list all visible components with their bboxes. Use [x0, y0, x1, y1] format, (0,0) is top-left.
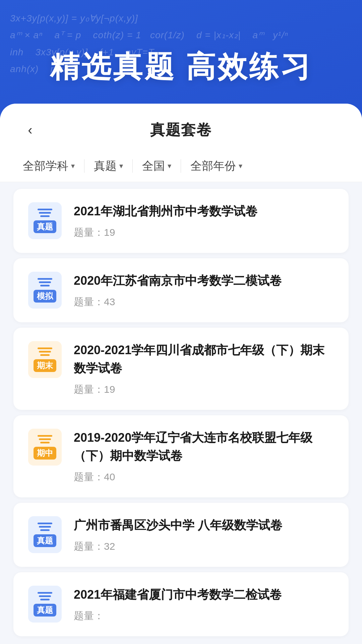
exam-name: 2019-2020学年辽宁省大连市名校联盟七年级（下）期中数学试卷 — [74, 429, 334, 465]
filter-region[interactable]: 全国 ▾ — [135, 158, 178, 174]
chevron-down-icon: ▾ — [168, 162, 171, 170]
exam-badge: 真题 — [28, 586, 62, 623]
badge-line — [38, 592, 52, 594]
badge-line — [38, 523, 52, 524]
exam-list: 真题 2021年湖北省荆州市中考数学试卷 题量：19 — [0, 182, 362, 643]
badge-line — [38, 278, 52, 280]
badge-line — [38, 347, 52, 349]
badge-line — [39, 212, 51, 214]
chevron-down-icon: ▾ — [239, 162, 242, 170]
exam-count: 题量：40 — [74, 470, 334, 484]
list-item[interactable]: 模拟 2020年江苏省南京市中考数学二模试卷 题量：43 — [13, 258, 349, 322]
list-item[interactable]: 真题 2021年福建省厦门市中考数学二检试卷 题量： — [13, 572, 349, 636]
badge-lines — [38, 592, 52, 600]
exam-info: 广州市番禺区沙头中学 八年级数学试卷 题量：32 — [74, 516, 334, 553]
badge-line — [40, 599, 50, 600]
badge-lines — [38, 278, 52, 286]
badge-lines — [38, 435, 52, 443]
back-button[interactable]: ‹ — [20, 120, 40, 140]
list-item[interactable]: 真题 广州市番禺区沙头中学 八年级数学试卷 题量：32 — [13, 503, 349, 567]
exam-count: 题量：19 — [74, 383, 334, 396]
badge-line — [40, 442, 50, 443]
badge-label: 真题 — [34, 534, 56, 547]
list-item[interactable]: 真题 2021年湖北省荆州市中考数学试卷 题量：19 — [13, 189, 349, 253]
exam-badge: 期末 — [28, 341, 62, 378]
badge-line — [39, 526, 51, 528]
badge-line — [40, 215, 50, 217]
badge-lines — [38, 209, 52, 217]
list-item[interactable]: 期中 2019-2020学年辽宁省大连市名校联盟七年级（下）期中数学试卷 题量：… — [13, 415, 349, 497]
badge-line — [38, 435, 52, 437]
main-card: ‹ 真题套卷 全部学科 ▾ 真题 ▾ 全国 ▾ 全部年份 ▾ — [0, 104, 362, 644]
badge-line — [39, 438, 51, 440]
badge-lines — [38, 523, 52, 531]
badge-label: 模拟 — [34, 290, 56, 303]
page-title: 真题套卷 — [40, 120, 322, 140]
exam-count: 题量：43 — [74, 295, 334, 309]
exam-badge: 真题 — [28, 202, 62, 239]
badge-lines — [38, 347, 52, 356]
exam-count: 题量：19 — [74, 226, 334, 239]
exam-info: 2021年湖北省荆州市中考数学试卷 题量：19 — [74, 202, 334, 239]
filter-year[interactable]: 全部年份 ▾ — [184, 158, 249, 174]
exam-badge: 真题 — [28, 516, 62, 553]
chevron-down-icon: ▾ — [119, 162, 123, 170]
exam-name: 2020-2021学年四川省成都市七年级（下）期末数学试卷 — [74, 341, 334, 377]
exam-name: 2020年江苏省南京市中考数学二模试卷 — [74, 272, 334, 290]
filter-type[interactable]: 真题 ▾ — [87, 158, 130, 174]
chevron-down-icon: ▾ — [71, 162, 75, 170]
badge-line — [39, 281, 51, 283]
exam-badge: 模拟 — [28, 272, 62, 309]
filter-divider-1 — [84, 159, 84, 173]
badge-label: 真题 — [34, 604, 56, 616]
filter-divider-3 — [181, 159, 181, 173]
exam-badge: 期中 — [28, 429, 62, 466]
badge-line — [39, 595, 51, 597]
badge-label: 期中 — [34, 447, 56, 460]
exam-count: 题量： — [74, 609, 334, 623]
badge-line — [39, 351, 51, 353]
exam-info: 2021年福建省厦门市中考数学二检试卷 题量： — [74, 586, 334, 623]
exam-info: 2020-2021学年四川省成都市七年级（下）期末数学试卷 题量：19 — [74, 341, 334, 396]
filter-bar: 全部学科 ▾ 真题 ▾ 全国 ▾ 全部年份 ▾ — [0, 150, 362, 182]
badge-label: 期末 — [34, 359, 56, 372]
hero-title: 精选真题 高效练习 — [0, 0, 362, 104]
card-header: ‹ 真题套卷 — [0, 104, 362, 150]
badge-label: 真题 — [34, 220, 56, 233]
badge-line — [40, 529, 50, 531]
badge-line — [40, 285, 50, 286]
exam-name: 广州市番禺区沙头中学 八年级数学试卷 — [74, 516, 334, 534]
badge-line — [38, 209, 52, 210]
exam-info: 2020年江苏省南京市中考数学二模试卷 题量：43 — [74, 272, 334, 309]
exam-name: 2021年湖北省荆州市中考数学试卷 — [74, 202, 334, 220]
exam-name: 2021年福建省厦门市中考数学二检试卷 — [74, 586, 334, 604]
exam-info: 2019-2020学年辽宁省大连市名校联盟七年级（下）期中数学试卷 题量：40 — [74, 429, 334, 484]
filter-divider-2 — [132, 159, 133, 173]
badge-line — [40, 354, 50, 356]
filter-subject[interactable]: 全部学科 ▾ — [16, 158, 81, 174]
exam-count: 题量：32 — [74, 540, 334, 553]
list-item[interactable]: 期末 2020-2021学年四川省成都市七年级（下）期末数学试卷 题量：19 — [13, 328, 349, 410]
